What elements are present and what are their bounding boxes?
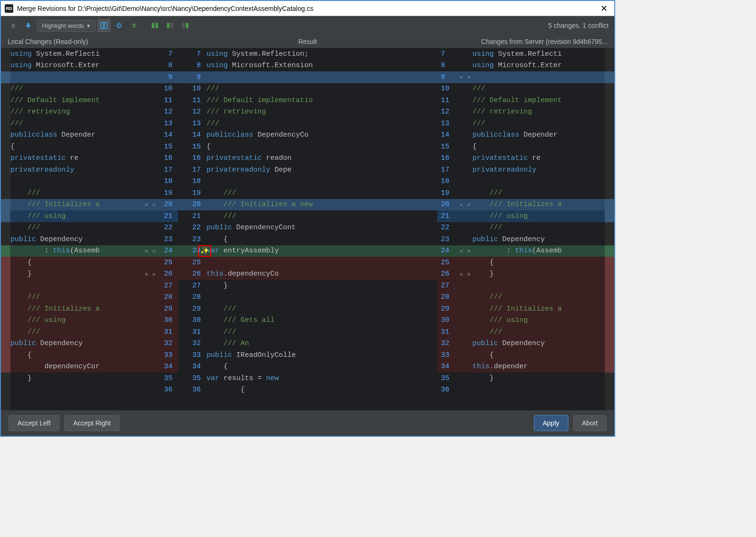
code-line[interactable]: public DependencyCont [206, 222, 437, 234]
apply-button[interactable]: Apply [534, 415, 568, 431]
gutter-line[interactable]: 8 [437, 60, 472, 72]
left-pane[interactable]: using System.Reflectiusing Microsoft.Ext… [10, 48, 143, 410]
gutter-line[interactable]: 26 [178, 268, 206, 280]
gutter-line[interactable]: 34 [437, 361, 472, 373]
prev-diff-button[interactable] [7, 19, 20, 32]
code-line[interactable]: /// [472, 292, 605, 303]
code-line[interactable]: /// retrieving [206, 106, 437, 118]
gutter-line[interactable]: 17 [178, 164, 206, 176]
gutter-line[interactable]: 7 [143, 48, 178, 60]
code-line[interactable] [472, 71, 605, 83]
code-line[interactable]: /// [472, 326, 605, 338]
next-diff-button[interactable] [22, 19, 35, 32]
code-line[interactable]: { [206, 361, 437, 373]
merge-actions[interactable]: ✕ » [145, 270, 155, 278]
code-line[interactable] [10, 176, 143, 188]
code-line[interactable]: public Dependency [472, 338, 605, 350]
code-line[interactable]: private static re [10, 153, 143, 165]
apply-left-button[interactable] [163, 19, 177, 32]
code-line[interactable] [10, 71, 143, 83]
gutter-line[interactable]: 21 [178, 210, 206, 222]
code-line[interactable]: /// [472, 118, 605, 130]
gutter-line[interactable]: 33 [178, 349, 206, 361]
gutter-line[interactable]: 17 [143, 164, 178, 176]
swap-button[interactable] [128, 19, 141, 32]
gutter-line[interactable]: 33 [437, 349, 472, 361]
code-line[interactable]: /// Initializes a new [206, 199, 437, 211]
code-line[interactable]: { [206, 234, 437, 245]
code-line[interactable]: { [206, 384, 437, 396]
code-line[interactable]: /// Default implement [472, 95, 605, 106]
gutter-line[interactable]: 24« ✕ [437, 245, 472, 257]
gutter-line[interactable]: 18 [437, 176, 472, 188]
code-line[interactable]: /// [206, 118, 437, 130]
gutter-line[interactable]: 27 [437, 280, 472, 292]
gutter-line[interactable]: 14 [437, 130, 472, 141]
gutter-line[interactable]: 13 [437, 118, 472, 130]
gutter-line[interactable]: 11 [178, 95, 206, 106]
code-line[interactable]: using Microsoft.Extension [206, 60, 437, 72]
gutter-line[interactable]: 30 [143, 315, 178, 327]
gutter-line[interactable]: 11 [143, 95, 178, 106]
highlight-dropdown[interactable]: Highlight words ▾ [37, 20, 95, 32]
code-line[interactable] [10, 384, 143, 396]
code-line[interactable]: var results = new [206, 372, 437, 384]
code-line[interactable]: /// [10, 83, 143, 95]
mid-left-gutter[interactable]: 789101112131415161718192021222324✨252627… [178, 48, 206, 410]
code-line[interactable]: using System.Reflection; [206, 48, 437, 60]
merge-actions[interactable]: « ✕ [460, 270, 471, 278]
gutter-line[interactable]: ✕ »20 [143, 199, 178, 211]
code-line[interactable]: /// [206, 326, 437, 338]
gutter-line[interactable]: 24✨ [178, 245, 206, 257]
gutter-line[interactable]: 8 [143, 60, 178, 72]
gutter-line[interactable]: 18 [178, 176, 206, 188]
gutter-line[interactable]: 7 [437, 48, 472, 60]
gutter-line[interactable]: 35 [143, 372, 178, 384]
code-line[interactable]: } [472, 372, 605, 384]
gutter-line[interactable]: 11 [437, 95, 472, 106]
merge-actions[interactable]: « ✕ [460, 201, 471, 208]
mid-pane[interactable]: using System.Reflection;using Microsoft.… [206, 48, 437, 410]
code-line[interactable]: public Dependency [472, 234, 605, 245]
code-line[interactable]: /// Initializes a [472, 199, 605, 211]
code-line[interactable] [472, 384, 605, 396]
right-code[interactable]: using System.Reflectiusing Microsoft.Ext… [472, 48, 605, 410]
code-line[interactable]: /// [10, 222, 143, 234]
gutter-line[interactable]: 29 [437, 303, 472, 315]
gutter-line[interactable]: 17 [437, 164, 472, 176]
code-line[interactable]: { [10, 349, 143, 361]
gutter-line[interactable]: 33 [143, 349, 178, 361]
code-line[interactable]: /// [206, 210, 437, 222]
code-line[interactable] [472, 176, 605, 188]
gutter-line[interactable]: 25 [143, 257, 178, 268]
gutter-line[interactable]: 32 [178, 338, 206, 350]
gutter-line[interactable]: 35 [437, 372, 472, 384]
gutter-line[interactable]: 32 [143, 338, 178, 350]
code-line[interactable] [206, 176, 437, 188]
gutter-line[interactable]: 12 [437, 106, 472, 118]
code-line[interactable]: this.depender [472, 361, 605, 373]
gutter-line[interactable]: 20 [178, 199, 206, 211]
code-line[interactable]: /// [10, 187, 143, 199]
code-line[interactable]: var entryAssembly [206, 245, 437, 257]
code-line[interactable]: { [472, 349, 605, 361]
accept-right-button[interactable]: Accept Right [64, 415, 120, 431]
gutter-line[interactable]: 15 [143, 141, 178, 153]
code-line[interactable] [206, 292, 437, 303]
code-line[interactable]: /// Gets all [206, 315, 437, 327]
code-line[interactable]: /// [10, 326, 143, 338]
gutter-line[interactable]: 30 [437, 315, 472, 327]
gutter-line[interactable]: 31 [437, 326, 472, 338]
code-line[interactable]: dependencyCor [10, 361, 143, 373]
merge-actions[interactable]: ✕ » [145, 247, 155, 255]
code-line[interactable]: /// retrieving [472, 106, 605, 118]
gutter-line[interactable]: 16 [143, 153, 178, 165]
code-line[interactable]: : this(Assemb [472, 245, 605, 257]
abort-button[interactable]: Abort [573, 415, 607, 431]
gutter-line[interactable]: 22 [143, 222, 178, 234]
code-line[interactable]: public class Depender [10, 130, 143, 141]
close-icon[interactable]: ✕ [598, 3, 610, 14]
gutter-line[interactable]: 10 [143, 83, 178, 95]
code-line[interactable]: } [10, 268, 143, 280]
code-line[interactable]: /// [472, 222, 605, 234]
